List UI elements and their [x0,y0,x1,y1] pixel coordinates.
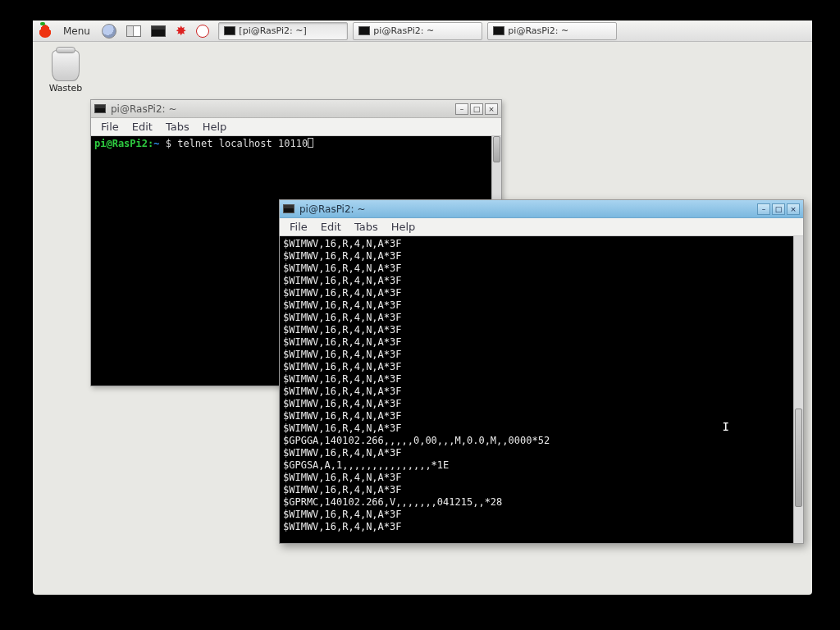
terminal-icon [224,26,235,35]
terminal-output-line: $WIMWV,16,R,4,N,A*3F [283,484,800,496]
spikey-icon: ✸ [176,23,186,39]
terminal-output-line: $WIMWV,16,R,4,N,A*3F [283,349,800,361]
terminal-output-line: $WIMWV,16,R,4,N,A*3F [283,373,800,386]
terminal-output-line: $WIMWV,16,R,4,N,A*3F [283,250,800,262]
terminal-output-line: $WIMWV,16,R,4,N,A*3F [283,312,800,324]
terminal-output-line: $WIMWV,16,R,4,N,A*3F [283,287,800,299]
wastebasket-icon[interactable]: Wasteb [43,50,89,94]
titlebar[interactable]: pi@RasPi2: ~ – □ × [91,100,501,118]
terminal-output-line: $WIMWV,16,R,4,N,A*3F [283,509,800,521]
terminal-icon [493,26,504,35]
terminal-icon [151,25,166,37]
terminal-output-line: $GPGSA,A,1,,,,,,,,,,,,,,,*1E [283,459,800,472]
wolfram-icon [196,25,209,38]
prompt-user: pi@RasPi2: [94,138,153,149]
terminal-output-line: $WIMWV,16,R,4,N,A*3F [283,521,800,533]
web-browser-launcher[interactable] [98,22,121,40]
taskbar: Menu ✸ [pi@RasPi2: ~] pi@RasPi2: ~ pi@Ra… [33,21,812,42]
wastebasket-label: Wasteb [43,83,89,94]
terminal-output-line: $WIMWV,16,R,4,N,A*3F [283,299,800,312]
prompt-path: ~ [153,138,159,149]
menubar: File Edit Tabs Help [91,118,501,136]
menu-button[interactable]: Menu [57,22,96,40]
terminal-output-line: $WIMWV,16,R,4,N,A*3F [283,361,800,373]
scrollbar[interactable] [793,236,803,543]
terminal-output-line: $WIMWV,16,R,4,N,A*3F [283,324,800,336]
menu-file[interactable]: File [94,119,126,135]
trash-icon [52,50,80,81]
taskbar-item-label: pi@RasPi2: ~ [373,25,434,36]
titlebar[interactable]: pi@RasPi2: ~ – □ × [280,200,803,218]
terminal-output-line: $GPGGA,140102.266,,,,,0,00,,,M,0.0,M,,00… [283,435,800,447]
taskbar-item-label: pi@RasPi2: ~ [508,25,568,36]
terminal-output-line: $WIMWV,16,R,4,N,A*3F [283,262,800,275]
window-title: pi@RasPi2: ~ [111,103,176,115]
minimize-button[interactable]: – [455,103,468,115]
terminal-output-line: $WIMWV,16,R,4,N,A*3F [283,386,800,398]
menu-help[interactable]: Help [385,219,422,235]
terminal-output-line: $WIMWV,16,R,4,N,A*3F [283,336,800,349]
terminal-area[interactable]: $WIMWV,16,R,4,N,A*3F$WIMWV,16,R,4,N,A*3F… [280,236,803,543]
terminal-icon [283,204,294,213]
close-button[interactable]: × [485,103,498,115]
menubar: File Edit Tabs Help [280,218,803,236]
taskbar-item-label: [pi@RasPi2: ~] [239,25,306,36]
close-button[interactable]: × [787,203,800,215]
menu-tabs[interactable]: Tabs [348,219,385,235]
prompt-sign: $ [166,138,177,149]
terminal-output-line: $WIMWV,16,R,4,N,A*3F [283,238,800,250]
terminal-icon [358,26,370,35]
taskbar-item-terminal-3[interactable]: pi@RasPi2: ~ [487,22,617,40]
wolfram-launcher[interactable] [192,22,213,40]
file-manager-icon [126,25,141,37]
terminal-output-line: $WIMWV,16,R,4,N,A*3F [283,275,800,287]
globe-icon [102,24,116,39]
scrollbar-thumb[interactable] [795,409,802,507]
menu-tabs[interactable]: Tabs [159,119,196,135]
terminal-output-line: $GPRMC,140102.266,V,,,,,,,041215,,*28 [283,496,800,509]
menu-edit[interactable]: Edit [126,119,159,135]
terminal-icon [94,104,106,113]
maximize-button[interactable]: □ [470,103,483,115]
menu-edit[interactable]: Edit [314,219,348,235]
maximize-button[interactable]: □ [772,203,785,215]
window-title: pi@RasPi2: ~ [299,203,365,215]
rpi-menu-logo[interactable] [34,22,56,40]
terminal-output-line: $WIMWV,16,R,4,N,A*3F [283,472,800,484]
mathematica-launcher[interactable]: ✸ [171,22,190,40]
terminal-output-line: $WIMWV,16,R,4,N,A*3F [283,447,800,459]
terminal-window-2[interactable]: pi@RasPi2: ~ – □ × File Edit Tabs Help $… [279,199,804,544]
taskbar-item-terminal-1[interactable]: [pi@RasPi2: ~] [218,22,348,40]
command-text: telnet localhost 10110 [177,138,308,149]
file-manager-launcher[interactable] [122,22,145,40]
taskbar-item-terminal-2[interactable]: pi@RasPi2: ~ [353,22,482,40]
terminal-output-line: $WIMWV,16,R,4,N,A*3F [283,398,800,410]
text-cursor [308,138,313,148]
scrollbar-thumb[interactable] [493,136,500,162]
ibeam-cursor: I [723,421,729,433]
menu-file[interactable]: File [283,219,314,235]
raspberry-icon [39,25,52,38]
terminal-launcher[interactable] [147,22,170,40]
minimize-button[interactable]: – [757,203,770,215]
menu-help[interactable]: Help [196,119,234,135]
